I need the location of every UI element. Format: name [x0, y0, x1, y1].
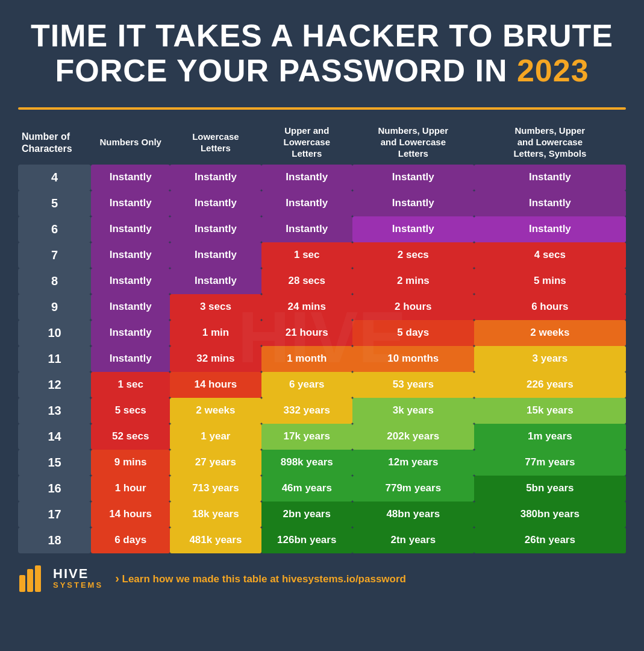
- data-cell: 898k years: [261, 450, 352, 476]
- logo-icon: [18, 564, 47, 593]
- char-count-cell: 8: [18, 268, 91, 294]
- main-title: TIME IT TAKES A HACKER TO BRUTE FORCE YO…: [18, 18, 626, 88]
- data-cell: 3k years: [352, 398, 474, 424]
- char-count-cell: 13: [18, 398, 91, 424]
- data-cell: 481k years: [170, 527, 261, 553]
- footer: HIVE SYSTEMS › Learn how we made this ta…: [18, 564, 626, 593]
- data-cell: 1m years: [474, 424, 626, 450]
- data-cell: 77m years: [474, 450, 626, 476]
- data-table: Number of Characters Numbers Only Lowerc…: [18, 121, 626, 553]
- data-cell: Instantly: [91, 294, 170, 320]
- data-cell: 713 years: [170, 476, 261, 502]
- table-row: 10Instantly1 min21 hours5 days2 weeks: [18, 320, 626, 346]
- data-cell: 1 min: [170, 320, 261, 346]
- data-cell: 24 mins: [261, 294, 352, 320]
- table-row: 5InstantlyInstantlyInstantlyInstantlyIns…: [18, 190, 626, 216]
- logo-text: HIVE SYSTEMS: [53, 567, 103, 590]
- char-count-cell: 17: [18, 502, 91, 527]
- logo-systems: SYSTEMS: [53, 580, 103, 590]
- data-cell: 3 years: [474, 346, 626, 372]
- data-cell: 6 days: [91, 527, 170, 553]
- footer-text-pre: Learn how we made this table at: [122, 573, 282, 585]
- table-row: 1714 hours18k years2bn years48bn years38…: [18, 502, 626, 527]
- footer-url[interactable]: hivesystems.io/password: [282, 573, 406, 585]
- data-cell: Instantly: [474, 165, 626, 190]
- data-cell: 6 hours: [474, 294, 626, 320]
- logo-hive: HIVE: [53, 567, 103, 580]
- char-count-cell: 18: [18, 527, 91, 553]
- title-year: 2023: [517, 53, 589, 88]
- svg-rect-0: [19, 575, 25, 592]
- data-cell: 126bn years: [261, 527, 352, 553]
- data-cell: 53 years: [352, 372, 474, 398]
- data-cell: 380bn years: [474, 502, 626, 527]
- data-cell: Instantly: [91, 320, 170, 346]
- data-cell: Instantly: [261, 216, 352, 242]
- data-cell: 5 days: [352, 320, 474, 346]
- data-cell: 1 month: [261, 346, 352, 372]
- data-cell: 46m years: [261, 476, 352, 502]
- table-row: 121 sec14 hours6 years53 years226 years: [18, 372, 626, 398]
- data-cell: 14 hours: [170, 372, 261, 398]
- data-cell: 2 mins: [352, 268, 474, 294]
- table-wrapper: HIVE Number of Characters Numbers Only L…: [18, 121, 626, 553]
- table-row: 9Instantly3 secs24 mins2 hours6 hours: [18, 294, 626, 320]
- table-row: 186 days481k years126bn years2tn years26…: [18, 527, 626, 553]
- table-row: 135 secs2 weeks332 years3k years15k year…: [18, 398, 626, 424]
- table-row: 159 mins27 years898k years12m years77m y…: [18, 450, 626, 476]
- table-body: 4InstantlyInstantlyInstantlyInstantlyIns…: [18, 165, 626, 553]
- char-count-cell: 10: [18, 320, 91, 346]
- data-cell: 5 mins: [474, 268, 626, 294]
- table-row: 4InstantlyInstantlyInstantlyInstantlyIns…: [18, 165, 626, 190]
- data-cell: 10 months: [352, 346, 474, 372]
- data-cell: 2bn years: [261, 502, 352, 527]
- gold-divider: [18, 107, 626, 110]
- data-cell: 3 secs: [170, 294, 261, 320]
- char-count-cell: 4: [18, 165, 91, 190]
- data-cell: 332 years: [261, 398, 352, 424]
- char-count-cell: 16: [18, 476, 91, 502]
- data-cell: Instantly: [91, 346, 170, 372]
- data-cell: Instantly: [352, 165, 474, 190]
- footer-link[interactable]: › Learn how we made this table at hivesy…: [115, 571, 626, 585]
- data-cell: Instantly: [474, 216, 626, 242]
- data-cell: Instantly: [170, 165, 261, 190]
- logo-area: HIVE SYSTEMS: [18, 564, 103, 593]
- data-cell: 5 secs: [91, 398, 170, 424]
- data-cell: 6 years: [261, 372, 352, 398]
- col-header-all: Numbers, Upper and Lowercase Letters, Sy…: [474, 121, 626, 164]
- table-row: 8InstantlyInstantly28 secs2 mins5 mins: [18, 268, 626, 294]
- data-cell: 2 hours: [352, 294, 474, 320]
- data-cell: 779m years: [352, 476, 474, 502]
- data-cell: 1 hour: [91, 476, 170, 502]
- char-count-cell: 7: [18, 242, 91, 268]
- table-row: 7InstantlyInstantly1 sec2 secs4 secs: [18, 242, 626, 268]
- data-cell: Instantly: [261, 190, 352, 216]
- data-cell: 48bn years: [352, 502, 474, 527]
- col-header-upper-lower: Upper and Lowercase Letters: [261, 121, 352, 164]
- data-cell: 32 mins: [170, 346, 261, 372]
- data-cell: Instantly: [91, 190, 170, 216]
- data-cell: 1 sec: [91, 372, 170, 398]
- data-cell: 17k years: [261, 424, 352, 450]
- table-row: 161 hour713 years46m years779m years5bn …: [18, 476, 626, 502]
- data-cell: Instantly: [170, 190, 261, 216]
- data-cell: Instantly: [91, 242, 170, 268]
- col-header-numbers: Numbers Only: [91, 121, 170, 164]
- data-cell: 2 secs: [352, 242, 474, 268]
- table-row: 1452 secs1 year17k years202k years1m yea…: [18, 424, 626, 450]
- data-cell: 52 secs: [91, 424, 170, 450]
- col-header-lowercase: Lowercase Letters: [170, 121, 261, 164]
- data-cell: 18k years: [170, 502, 261, 527]
- data-cell: 21 hours: [261, 320, 352, 346]
- data-cell: Instantly: [170, 268, 261, 294]
- data-cell: Instantly: [91, 165, 170, 190]
- title-line1: TIME IT TAKES A HACKER TO BRUTE: [31, 18, 613, 53]
- data-cell: 4 secs: [474, 242, 626, 268]
- data-cell: Instantly: [474, 190, 626, 216]
- data-cell: Instantly: [170, 216, 261, 242]
- data-cell: 5bn years: [474, 476, 626, 502]
- title-area: TIME IT TAKES A HACKER TO BRUTE FORCE YO…: [18, 18, 626, 88]
- hive-logo-svg: [18, 564, 47, 593]
- char-count-cell: 11: [18, 346, 91, 372]
